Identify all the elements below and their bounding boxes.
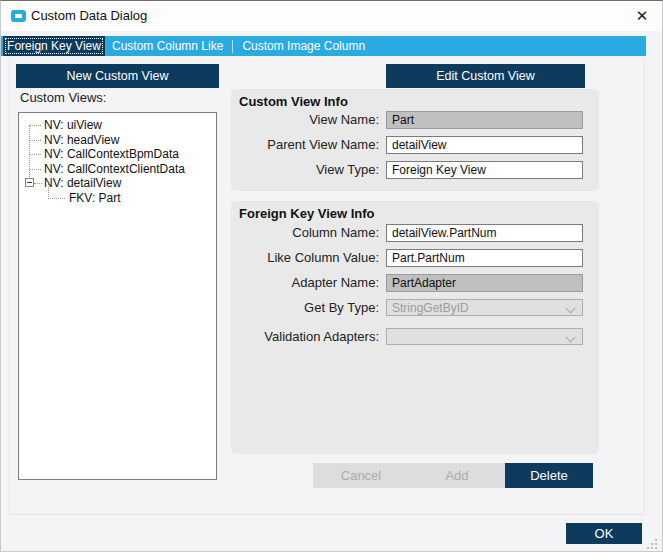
close-icon[interactable]: ✕	[626, 3, 658, 29]
custom-view-info-title: Custom View Info	[239, 94, 348, 109]
foreign-key-view-info-panel: Foreign Key View Info Column Name: Like …	[231, 201, 599, 454]
parent-view-name-label: Parent View Name:	[239, 136, 379, 154]
tree-connector-stub	[30, 125, 41, 126]
tab-custom-column-like[interactable]: Custom Column Like	[105, 36, 230, 56]
edit-custom-view-button[interactable]: Edit Custom View	[386, 64, 585, 88]
get-by-type-dropdown: StringGetByID	[386, 299, 583, 316]
tree-connector-stub	[30, 154, 41, 155]
chevron-down-icon	[566, 304, 576, 314]
parent-view-name-field[interactable]	[386, 136, 583, 154]
foreign-key-view-info-title: Foreign Key View Info	[239, 206, 375, 221]
tree-item-detailview[interactable]: NV: detailView	[44, 176, 121, 190]
adapter-name-field	[386, 274, 583, 292]
delete-button[interactable]: Delete	[505, 463, 593, 488]
tree-connector-stub	[30, 169, 41, 170]
title-bar: Custom Data Dialog ✕	[1, 1, 662, 31]
tree-connector-stub	[30, 140, 41, 141]
custom-data-dialog: Custom Data Dialog ✕ Foreign Key View Cu…	[0, 0, 663, 552]
like-column-value-label: Like Column Value:	[239, 249, 379, 267]
tab-custom-image-column[interactable]: Custom Image Column	[235, 36, 372, 56]
tree-collapse-icon[interactable]	[25, 178, 34, 187]
window-icon	[11, 10, 26, 22]
validation-adapters-label: Validation Adapters:	[239, 328, 379, 346]
custom-view-info-panel: Custom View Info View Name: Parent View …	[231, 89, 599, 191]
column-name-field[interactable]	[386, 224, 583, 242]
view-name-label: View Name:	[239, 111, 379, 129]
tree-item-callcontextbpmdata[interactable]: NV: CallContextBpmData	[44, 147, 179, 161]
adapter-name-label: Adapter Name:	[239, 274, 379, 292]
view-type-field[interactable]	[386, 161, 583, 179]
view-name-field	[386, 111, 583, 129]
new-custom-view-button[interactable]: New Custom View	[16, 64, 219, 88]
view-type-label: View Type:	[239, 161, 379, 179]
custom-views-tree[interactable]: NV: uiView NV: headView NV: CallContextB…	[18, 112, 217, 480]
resize-grip-icon[interactable]	[655, 547, 657, 549]
tree-item-callcontextclientdata[interactable]: NV: CallContextClientData	[44, 162, 185, 176]
validation-adapters-dropdown	[386, 328, 583, 345]
column-name-label: Column Name:	[239, 224, 379, 242]
custom-views-label: Custom Views:	[20, 90, 106, 105]
tree-connector-stub	[34, 183, 42, 184]
tree-item-headview[interactable]: NV: headView	[44, 133, 119, 147]
tab-separator	[232, 40, 233, 53]
tab-foreign-key-view[interactable]: Foreign Key View	[3, 36, 105, 56]
chevron-down-icon	[566, 333, 576, 343]
tree-item-fkv-part[interactable]: FKV: Part	[69, 191, 121, 205]
get-by-type-value: StringGetByID	[392, 301, 469, 315]
window-title: Custom Data Dialog	[31, 1, 147, 31]
ok-button[interactable]: OK	[566, 523, 642, 544]
like-column-value-field[interactable]	[386, 249, 583, 267]
add-button: Add	[409, 463, 505, 488]
tab-bar: Foreign Key View Custom Column Like Cust…	[1, 36, 646, 56]
tree-item-uiview[interactable]: NV: uiView	[44, 118, 102, 132]
cancel-button: Cancel	[313, 463, 409, 488]
get-by-type-label: Get By Type:	[239, 299, 379, 317]
